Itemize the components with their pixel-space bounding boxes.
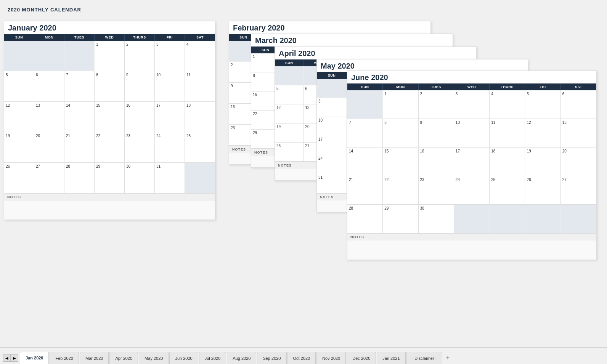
day-number: 23 bbox=[231, 126, 235, 130]
table-row: 2 bbox=[125, 41, 155, 71]
table-row: 15 bbox=[95, 102, 125, 132]
tab-mar-2020[interactable]: Mar 2020 bbox=[80, 352, 109, 364]
table-row: 8 bbox=[95, 71, 125, 102]
tab-apr-2020[interactable]: Apr 2020 bbox=[109, 352, 138, 364]
day-number: 29 bbox=[253, 131, 257, 135]
table-row: 14 bbox=[347, 148, 383, 176]
jun-title: June 2020 bbox=[347, 71, 596, 83]
tab-next-button[interactable]: ▶ bbox=[11, 354, 18, 362]
day-number: 1 bbox=[384, 92, 387, 96]
tab-feb-2020[interactable]: Feb 2020 bbox=[50, 352, 79, 364]
day-number: 24 bbox=[456, 178, 460, 182]
table-row bbox=[64, 41, 95, 71]
day-number: 18 bbox=[186, 103, 191, 107]
jan-body: 1234567891011121314151617181920212223242… bbox=[4, 41, 215, 193]
table-row: 20 bbox=[561, 148, 596, 176]
tab-jan-2021[interactable]: Jan 2021 bbox=[377, 352, 405, 364]
table-row: 21 bbox=[64, 132, 95, 163]
jan-h-wed: WED bbox=[95, 34, 125, 41]
jan-header: SUN MON TUES WED THURS FRI SAT bbox=[4, 34, 215, 41]
day-number: 10 bbox=[456, 120, 460, 125]
day-number: 29 bbox=[384, 206, 389, 210]
table-row: 13 bbox=[34, 102, 64, 132]
table-row: 9 bbox=[125, 71, 155, 102]
day-number: 3 bbox=[318, 99, 321, 103]
table-row: 8 bbox=[383, 119, 418, 148]
table-row: 23 bbox=[419, 176, 454, 205]
tab---disclaimer--[interactable]: - Disclaimer - bbox=[406, 352, 443, 364]
day-number: 17 bbox=[456, 149, 460, 153]
day-number: 4 bbox=[186, 42, 189, 47]
day-number: 23 bbox=[420, 178, 424, 182]
table-row bbox=[185, 163, 215, 193]
jan-h-fri: FRI bbox=[155, 34, 185, 41]
day-number: 15 bbox=[253, 93, 257, 97]
day-number: 24 bbox=[318, 156, 323, 160]
table-row: 16 bbox=[125, 102, 155, 132]
table-row bbox=[275, 66, 304, 85]
tab-nov-2020[interactable]: Nov 2020 bbox=[316, 352, 346, 364]
day-number: 5 bbox=[276, 87, 279, 91]
table-row bbox=[454, 205, 490, 233]
day-number: 13 bbox=[36, 103, 40, 107]
table-row: 11 bbox=[490, 119, 525, 148]
table-row: 13 bbox=[561, 119, 596, 148]
day-number: 2 bbox=[420, 92, 422, 96]
table-row: 5 bbox=[275, 85, 304, 104]
jan-h-sun: SUN bbox=[4, 34, 34, 41]
day-number: 11 bbox=[491, 120, 495, 125]
day-number: 19 bbox=[527, 149, 531, 153]
table-row: 1 bbox=[95, 41, 125, 71]
table-row: 22 bbox=[95, 132, 125, 163]
tab-jul-2020[interactable]: Jul 2020 bbox=[199, 352, 226, 364]
table-row: 31 bbox=[155, 163, 185, 193]
table-row: 12 bbox=[525, 119, 560, 148]
table-row: 7 bbox=[64, 71, 95, 102]
table-row: 2 bbox=[419, 90, 454, 119]
day-number: 8 bbox=[384, 120, 387, 125]
day-number: 17 bbox=[318, 137, 323, 141]
day-number: 15 bbox=[384, 149, 389, 153]
day-number: 2 bbox=[126, 42, 128, 47]
table-row: 28 bbox=[64, 163, 95, 193]
day-number: 19 bbox=[276, 125, 281, 129]
tab-may-2020[interactable]: May 2020 bbox=[139, 352, 169, 364]
day-number: 3 bbox=[456, 92, 458, 96]
table-row: 20 bbox=[34, 132, 64, 163]
table-row: 21 bbox=[347, 176, 383, 205]
day-number: 16 bbox=[126, 103, 130, 107]
day-number: 15 bbox=[96, 103, 100, 107]
mar-title: March 2020 bbox=[251, 34, 453, 47]
table-row: 6 bbox=[34, 71, 64, 102]
table-row: 16 bbox=[419, 148, 454, 176]
table-row: 29 bbox=[383, 205, 418, 233]
table-row: 6 bbox=[561, 90, 596, 119]
day-number: 27 bbox=[36, 164, 40, 168]
add-tab-button[interactable]: + bbox=[443, 353, 452, 362]
tab-dec-2020[interactable]: Dec 2020 bbox=[347, 352, 376, 364]
table-row: 25 bbox=[490, 176, 525, 205]
jan-h-mon: MON bbox=[34, 34, 64, 41]
jun-header: SUN MON TUES WED THURS FRI SAT bbox=[347, 83, 596, 90]
tab-prev-button[interactable]: ◀ bbox=[3, 354, 11, 362]
main-area: 2020 MONTHLY CALENDAR January 2020 SUN M… bbox=[0, 0, 607, 347]
day-number: 20 bbox=[36, 134, 40, 138]
day-number: 6 bbox=[562, 92, 565, 96]
table-row: 26 bbox=[275, 143, 304, 162]
table-row: 4 bbox=[490, 90, 525, 119]
day-number: 30 bbox=[126, 164, 130, 168]
day-number: 17 bbox=[156, 103, 161, 107]
table-row: 18 bbox=[185, 102, 215, 132]
day-number: 26 bbox=[527, 178, 531, 182]
tab-aug-2020[interactable]: Aug 2020 bbox=[227, 352, 256, 364]
day-number: 31 bbox=[156, 164, 161, 168]
tab-jun-2020[interactable]: Jun 2020 bbox=[169, 352, 198, 364]
day-number: 10 bbox=[318, 118, 323, 122]
page-title: 2020 MONTHLY CALENDAR bbox=[8, 7, 599, 13]
day-number: 27 bbox=[305, 144, 309, 148]
table-row: 7 bbox=[347, 119, 383, 148]
tab-oct-2020[interactable]: Oct 2020 bbox=[287, 352, 316, 364]
tab-jan-2020[interactable]: Jan 2020 bbox=[20, 352, 49, 364]
table-row: 23 bbox=[125, 132, 155, 163]
tab-sep-2020[interactable]: Sep 2020 bbox=[257, 352, 286, 364]
